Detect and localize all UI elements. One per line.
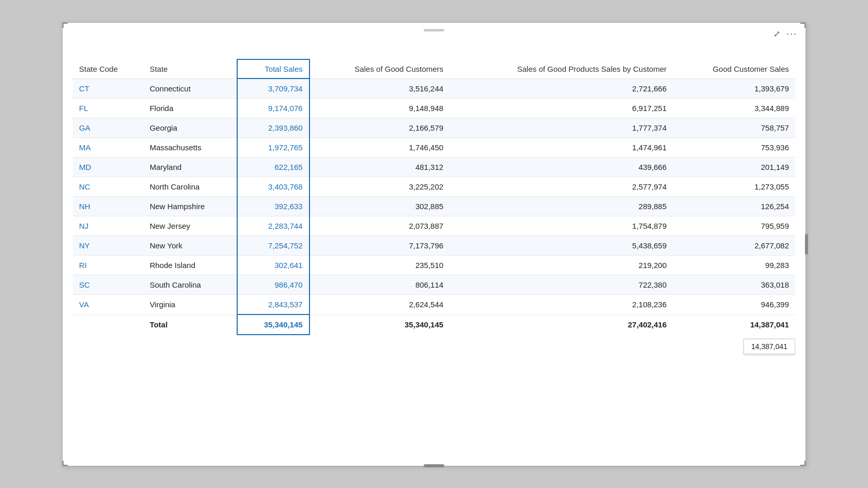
cell-sales-good-products: 6,917,251	[450, 99, 673, 118]
cell-state: Virginia	[144, 295, 238, 315]
cell-state-code: NJ	[73, 216, 144, 236]
total-total-sales: 35,340,145	[237, 314, 309, 335]
cell-sales-good-products: 219,200	[450, 256, 673, 275]
table-row: NCNorth Carolina3,403,7683,225,2022,577,…	[73, 177, 795, 197]
cell-total-sales: 622,165	[237, 158, 309, 177]
cell-sales-good-products: 2,108,236	[450, 295, 673, 315]
cell-sales-good-customers: 235,510	[309, 256, 450, 275]
cell-state-code: NC	[73, 177, 144, 197]
header-state: State	[144, 59, 238, 79]
cell-state-code: VA	[73, 295, 144, 315]
expand-button[interactable]: ⤢	[771, 28, 782, 40]
cell-total-sales: 302,641	[237, 256, 309, 275]
header-good-customer-sales: Good Customer Sales	[673, 59, 795, 79]
toolbar: ⤢ ···	[771, 28, 797, 40]
tooltip: 14,387,041	[743, 339, 795, 354]
cell-sales-good-products: 2,577,974	[450, 177, 673, 197]
cell-good-customer-sales: 201,149	[673, 158, 795, 177]
resize-handle-bottom[interactable]	[424, 464, 444, 467]
header-total-sales[interactable]: Total Sales	[237, 59, 309, 79]
table-row: MAMassachusetts1,972,7651,746,4501,474,9…	[73, 138, 795, 158]
table-row: SCSouth Carolina986,470806,114722,380363…	[73, 275, 795, 295]
total-good-customer-sales: 14,387,041 14,387,041	[673, 314, 795, 335]
cell-sales-good-customers: 3,516,244	[309, 78, 450, 99]
cell-good-customer-sales: 99,283	[673, 256, 795, 275]
table-row: NJNew Jersey2,283,7442,073,8871,754,8797…	[73, 216, 795, 236]
cell-state: Massachusetts	[144, 138, 238, 158]
cell-good-customer-sales: 795,959	[673, 216, 795, 236]
cell-sales-good-customers: 481,312	[309, 158, 450, 177]
header-sales-good-customers: Sales of Good Customers	[309, 59, 450, 79]
cell-state: New York	[144, 236, 238, 256]
cell-total-sales: 1,972,765	[237, 138, 309, 158]
cell-sales-good-customers: 2,624,544	[309, 295, 450, 315]
cell-sales-good-customers: 7,173,796	[309, 236, 450, 256]
table-container: State Code State Total Sales Sales of Go…	[73, 59, 795, 435]
table-row: RIRhode Island302,641235,510219,20099,28…	[73, 256, 795, 275]
cell-state-code: FL	[73, 99, 144, 118]
cell-state: Connecticut	[144, 78, 238, 99]
cell-good-customer-sales: 2,677,082	[673, 236, 795, 256]
cell-total-sales: 9,174,076	[237, 99, 309, 118]
cell-good-customer-sales: 126,254	[673, 197, 795, 216]
resize-handle-right[interactable]	[805, 234, 808, 255]
table-row: CTConnecticut3,709,7343,516,2442,721,666…	[73, 78, 795, 99]
table-total-row: Total 35,340,145 35,340,145 27,402,416 1…	[73, 314, 795, 335]
cell-state: New Jersey	[144, 216, 238, 236]
cell-state-code: GA	[73, 118, 144, 138]
cell-sales-good-customers: 2,166,579	[309, 118, 450, 138]
cell-state: Georgia	[144, 118, 238, 138]
cell-sales-good-customers: 3,225,202	[309, 177, 450, 197]
cell-good-customer-sales: 1,273,055	[673, 177, 795, 197]
cell-sales-good-products: 1,777,374	[450, 118, 673, 138]
total-good-customer-sales-value: 14,387,041	[750, 320, 789, 329]
cell-sales-good-customers: 302,885	[309, 197, 450, 216]
header-sales-good-products: Sales of Good Products Sales by Customer	[450, 59, 673, 79]
table-row: VAVirginia2,843,5372,624,5442,108,236946…	[73, 295, 795, 315]
corner-bl	[63, 461, 68, 466]
cell-state-code: CT	[73, 78, 144, 99]
table-row: GAGeorgia2,393,8602,166,5791,777,374758,…	[73, 118, 795, 138]
cell-sales-good-products: 1,754,879	[450, 216, 673, 236]
cell-sales-good-customers: 806,114	[309, 275, 450, 295]
cell-sales-good-products: 289,885	[450, 197, 673, 216]
corner-br	[800, 461, 805, 466]
cell-total-sales: 2,393,860	[237, 118, 309, 138]
cell-state: North Carolina	[144, 177, 238, 197]
total-label	[73, 314, 144, 335]
cell-state: New Hampshire	[144, 197, 238, 216]
cell-state-code: NY	[73, 236, 144, 256]
header-state-code: State Code	[73, 59, 144, 79]
cell-sales-good-products: 722,380	[450, 275, 673, 295]
cell-state-code: RI	[73, 256, 144, 275]
cell-state-code: SC	[73, 275, 144, 295]
total-sales-good-customers: 35,340,145	[309, 314, 450, 335]
table-header-row: State Code State Total Sales Sales of Go…	[73, 59, 795, 79]
total-label-text: Total	[144, 314, 238, 335]
cell-sales-good-customers: 1,746,450	[309, 138, 450, 158]
cell-total-sales: 2,843,537	[237, 295, 309, 315]
corner-tr	[800, 23, 805, 28]
cell-total-sales: 7,254,752	[237, 236, 309, 256]
table-row: MDMaryland622,165481,312439,666201,149	[73, 158, 795, 177]
cell-good-customer-sales: 3,344,889	[673, 99, 795, 118]
cell-total-sales: 2,283,744	[237, 216, 309, 236]
cell-sales-good-products: 1,474,961	[450, 138, 673, 158]
cell-total-sales: 392,633	[237, 197, 309, 216]
cell-sales-good-products: 5,438,659	[450, 236, 673, 256]
more-options-button[interactable]: ···	[786, 28, 797, 39]
sales-table: State Code State Total Sales Sales of Go…	[73, 59, 795, 336]
cell-sales-good-customers: 9,148,948	[309, 99, 450, 118]
drag-handle-top[interactable]	[424, 29, 444, 32]
table-row: FLFlorida9,174,0769,148,9486,917,2513,34…	[73, 99, 795, 118]
cell-state-code: MA	[73, 138, 144, 158]
cell-good-customer-sales: 758,757	[673, 118, 795, 138]
table-row: NHNew Hampshire392,633302,885289,885126,…	[73, 197, 795, 216]
cell-state: South Carolina	[144, 275, 238, 295]
cell-state-code: NH	[73, 197, 144, 216]
cell-total-sales: 3,403,768	[237, 177, 309, 197]
cell-state-code: MD	[73, 158, 144, 177]
cell-state: Maryland	[144, 158, 238, 177]
cell-state: Florida	[144, 99, 238, 118]
cell-total-sales: 986,470	[237, 275, 309, 295]
